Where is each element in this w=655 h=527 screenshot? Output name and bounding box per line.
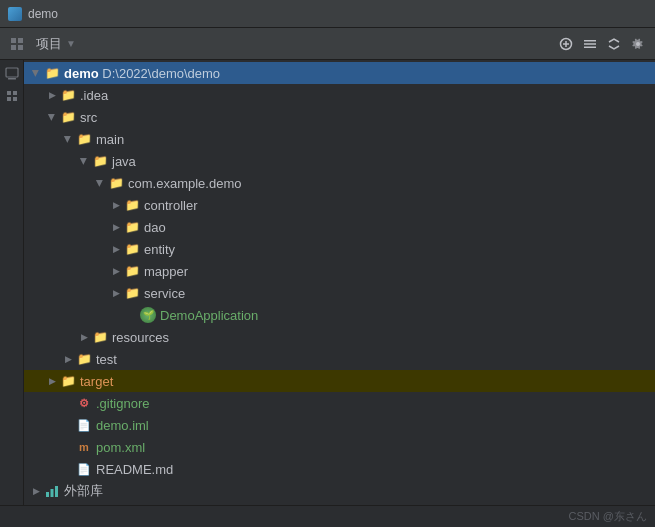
bottom-bar: CSDN @东さん: [0, 505, 655, 527]
tree-item-idea[interactable]: ▶ 📁 .idea: [24, 84, 655, 106]
tree-item-controller[interactable]: ▶ 📁 controller: [24, 194, 655, 216]
demoapp-label: DemoApplication: [160, 308, 258, 323]
toolbar: 项目 ▼: [0, 28, 655, 60]
external-libs-label: 外部库: [64, 482, 103, 500]
iml-icon: 📄: [76, 417, 92, 433]
main-area: ▶ 📁 demo D:\2022\demo\demo ▶ 📁 .idea ▶ 📁…: [0, 60, 655, 527]
svg-rect-7: [584, 40, 596, 42]
tree-item-demoiml[interactable]: 📄 demo.iml: [24, 414, 655, 436]
java-chevron: ▶: [76, 153, 92, 169]
service-label: service: [144, 286, 185, 301]
tree-root[interactable]: ▶ 📁 demo D:\2022\demo\demo: [24, 62, 655, 84]
tree-item-service[interactable]: ▶ 📁 service: [24, 282, 655, 304]
controller-label: controller: [144, 198, 197, 213]
entity-chevron: ▶: [108, 241, 124, 257]
idea-folder-icon: 📁: [60, 87, 76, 103]
tree-item-target[interactable]: ▶ 📁 target: [24, 370, 655, 392]
svg-rect-10: [6, 68, 18, 77]
settings-icon[interactable]: [627, 33, 649, 55]
tree-item-entity[interactable]: ▶ 📁 entity: [24, 238, 655, 260]
mapper-chevron: ▶: [108, 263, 124, 279]
tree-item-mapper[interactable]: ▶ 📁 mapper: [24, 260, 655, 282]
target-label: target: [80, 374, 113, 389]
root-label: demo D:\2022\demo\demo: [64, 66, 220, 81]
svg-rect-3: [18, 45, 23, 50]
main-label: main: [96, 132, 124, 147]
dao-chevron: ▶: [108, 219, 124, 235]
tree-item-dao[interactable]: ▶ 📁 dao: [24, 216, 655, 238]
sidebar-icon-1[interactable]: [2, 64, 22, 84]
java-label: java: [112, 154, 136, 169]
list-icon[interactable]: [579, 33, 601, 55]
gitignore-label: .gitignore: [96, 396, 149, 411]
tree-item-gitignore[interactable]: ⚙ .gitignore: [24, 392, 655, 414]
target-chevron: ▶: [44, 373, 60, 389]
pom-icon: m: [76, 439, 92, 455]
main-folder-icon: 📁: [76, 131, 92, 147]
controller-chevron: ▶: [108, 197, 124, 213]
svg-rect-1: [18, 38, 23, 43]
svg-rect-8: [584, 43, 596, 45]
sidebar-icon-2[interactable]: [2, 86, 22, 106]
com-folder-icon: 📁: [108, 175, 124, 191]
test-label: test: [96, 352, 117, 367]
test-folder-icon: 📁: [76, 351, 92, 367]
idea-chevron: ▶: [44, 87, 60, 103]
resources-label: resources: [112, 330, 169, 345]
tree-item-test[interactable]: ▶ 📁 test: [24, 348, 655, 370]
resources-chevron: ▶: [76, 329, 92, 345]
svg-rect-0: [11, 38, 16, 43]
grid-icon[interactable]: [6, 33, 28, 55]
demoiml-label: demo.iml: [96, 418, 149, 433]
svg-rect-12: [7, 91, 11, 95]
src-folder-icon: 📁: [60, 109, 76, 125]
main-chevron: ▶: [60, 131, 76, 147]
root-chevron: ▶: [28, 65, 44, 81]
tree-item-demoapp[interactable]: 🌱 DemoApplication: [24, 304, 655, 326]
svg-rect-9: [584, 46, 596, 48]
dao-folder-icon: 📁: [124, 219, 140, 235]
expand-icon[interactable]: [603, 33, 625, 55]
svg-rect-17: [51, 489, 54, 497]
tree-item-pomxml[interactable]: m pom.xml: [24, 436, 655, 458]
dropdown-chevron: ▼: [66, 38, 76, 49]
svg-rect-14: [7, 97, 11, 101]
sidebar-icons: [0, 60, 24, 527]
app-title: demo: [28, 7, 58, 21]
target-folder-icon: 📁: [60, 373, 76, 389]
title-bar: demo: [0, 0, 655, 28]
root-folder-icon: 📁: [44, 65, 60, 81]
spring-boot-icon: 🌱: [140, 307, 156, 323]
tree-item-readme[interactable]: 📄 README.md: [24, 458, 655, 480]
mapper-label: mapper: [144, 264, 188, 279]
tree-item-external-libs[interactable]: ▶ 外部库: [24, 480, 655, 502]
svg-rect-18: [55, 486, 58, 497]
project-label: 项目: [36, 35, 62, 53]
com-chevron: ▶: [92, 175, 108, 191]
add-icon[interactable]: [555, 33, 577, 55]
svg-rect-2: [11, 45, 16, 50]
app-icon: [8, 7, 22, 21]
external-libs-icon: [44, 483, 60, 499]
tree-item-main[interactable]: ▶ 📁 main: [24, 128, 655, 150]
gitignore-icon: ⚙: [76, 395, 92, 411]
file-tree[interactable]: ▶ 📁 demo D:\2022\demo\demo ▶ 📁 .idea ▶ 📁…: [24, 60, 655, 527]
tree-item-src[interactable]: ▶ 📁 src: [24, 106, 655, 128]
readme-label: README.md: [96, 462, 173, 477]
service-chevron: ▶: [108, 285, 124, 301]
mapper-folder-icon: 📁: [124, 263, 140, 279]
tree-item-resources[interactable]: ▶ 📁 resources: [24, 326, 655, 348]
tree-item-com[interactable]: ▶ 📁 com.example.demo: [24, 172, 655, 194]
resources-folder-icon: 📁: [92, 329, 108, 345]
project-dropdown[interactable]: 项目 ▼: [30, 33, 82, 55]
svg-rect-16: [46, 492, 49, 497]
toolbar-left-icons: 项目 ▼: [6, 33, 82, 55]
idea-label: .idea: [80, 88, 108, 103]
entity-label: entity: [144, 242, 175, 257]
toolbar-right-icons: [555, 33, 649, 55]
tree-item-java[interactable]: ▶ 📁 java: [24, 150, 655, 172]
svg-rect-11: [8, 78, 16, 80]
test-chevron: ▶: [60, 351, 76, 367]
service-folder-icon: 📁: [124, 285, 140, 301]
dao-label: dao: [144, 220, 166, 235]
